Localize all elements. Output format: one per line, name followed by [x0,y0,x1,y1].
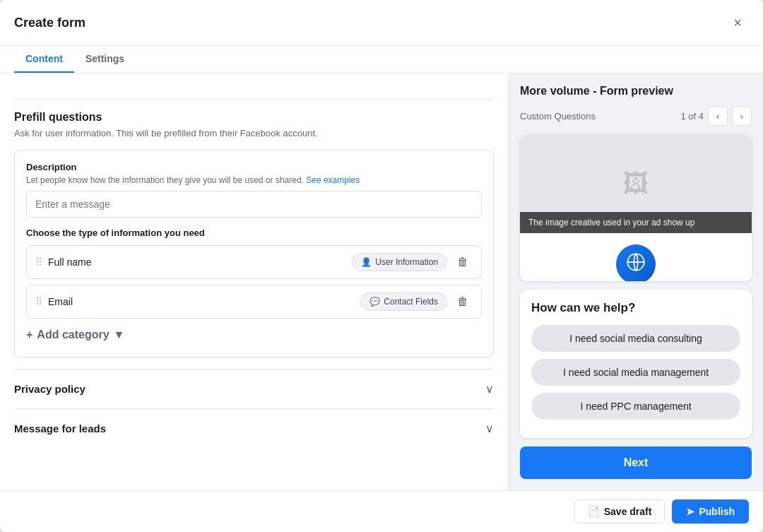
preview-nav: Custom Questions 1 of 4 ‹ › [520,106,752,126]
badge-user-information: 👤 User Information [352,253,447,271]
preview-brand: Sonnenberg Media [520,233,752,281]
question-option-0[interactable]: I need social media consulting [531,325,740,352]
tab-content[interactable]: Content [14,46,74,73]
modal-footer: 📄 Save draft ➤ Publish [0,490,763,532]
message-for-leads-header[interactable]: Message for leads ∨ [14,422,494,435]
question-option-1[interactable]: I need social media management [531,359,740,386]
field-row-fullname: ⠿ Full name 👤 User Information 🗑 [26,245,482,279]
nav-next-button[interactable]: › [732,106,752,126]
preview-header: More volume - Form preview [520,85,752,97]
modal-body: Prefill questions Ask for user informati… [0,73,763,490]
description-input[interactable] [26,191,482,218]
delete-email-button[interactable]: 🗑 [453,292,473,311]
description-card: Description Let people know how the info… [14,150,494,357]
field-row-email: ⠿ Email 💬 Contact Fields 🗑 [26,285,482,319]
send-icon: ➤ [686,506,694,517]
description-label: Description [26,162,482,172]
left-panel: Prefill questions Ask for user informati… [0,73,509,490]
user-icon: 👤 [361,257,372,267]
tab-bar: Content Settings [0,46,763,73]
drag-handle-email[interactable]: ⠿ [35,296,42,307]
file-icon: 📄 [588,506,600,517]
next-button[interactable]: Next [520,447,752,479]
image-placeholder-icon: 🖼 [623,169,649,199]
see-examples-link[interactable]: See examples [306,175,360,185]
nav-counter: 1 of 4 [680,111,704,122]
prefill-title: Prefill questions [14,111,494,124]
message-for-leads-title: Message for leads [14,422,106,435]
badge-contact-fields: 💬 Contact Fields [360,292,447,311]
message-for-leads-section: Message for leads ∨ [14,408,494,448]
choose-label: Choose the type of information you need [26,227,482,238]
privacy-policy-section: Privacy policy ∨ [14,369,494,408]
create-form-modal: Create form × Content Settings Prefill q… [0,0,763,532]
privacy-policy-chevron: ∨ [485,382,494,396]
nav-prev-button[interactable]: ‹ [708,106,728,126]
preview-image-card: 🖼 The image creative used in your ad sho… [520,134,752,281]
preview-questions-card: How can we help? I need social media con… [520,290,752,438]
privacy-policy-title: Privacy policy [14,383,85,395]
nav-controls: 1 of 4 ‹ › [680,106,752,126]
question-option-2[interactable]: I need PPC management [531,393,740,420]
brand-logo [616,244,656,281]
image-overlay: The image creative used in your ad show … [520,212,752,233]
questions-title: How can we help? [531,301,740,315]
drag-handle-fullname[interactable]: ⠿ [35,256,42,268]
globe-icon [626,252,646,276]
field-name-fullname: Full name [48,256,346,268]
message-for-leads-chevron: ∨ [485,422,494,435]
save-draft-button[interactable]: 📄 Save draft [574,500,666,524]
chat-icon: 💬 [369,297,380,307]
publish-button[interactable]: ➤ Publish [672,500,749,524]
field-name-email: Email [48,296,355,307]
privacy-policy-header[interactable]: Privacy policy ∨ [14,382,494,396]
close-button[interactable]: × [726,11,749,34]
modal-title: Create form [14,16,85,30]
description-hint: Let people know how the information they… [26,175,482,185]
delete-fullname-button[interactable]: 🗑 [453,253,473,271]
prefill-subtitle: Ask for user information. This will be p… [14,128,494,138]
preview-image-area: 🖼 The image creative used in your ad sho… [520,134,752,233]
preview-title: More volume - Form preview [520,85,673,97]
custom-questions-label: Custom Questions [520,111,596,122]
right-panel: More volume - Form preview Custom Questi… [509,73,763,490]
tab-settings[interactable]: Settings [74,46,136,73]
add-category-button[interactable]: + Add category ▼ [26,324,124,345]
modal-header: Create form × [0,0,763,46]
